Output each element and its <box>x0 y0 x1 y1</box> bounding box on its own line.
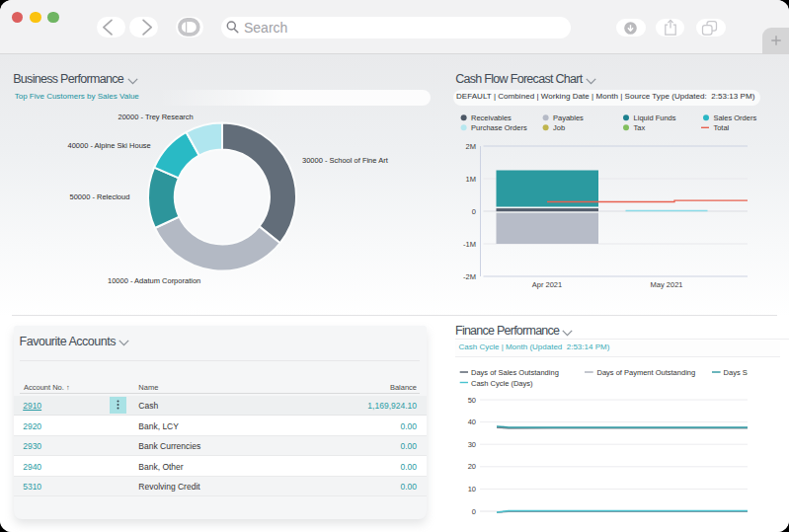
svg-text:0: 0 <box>472 507 476 516</box>
svg-text:10: 10 <box>468 485 476 494</box>
svg-text:Total: Total <box>713 123 729 132</box>
svg-text:Apr 2021: Apr 2021 <box>532 280 562 289</box>
svg-text:Purchase Orders: Purchase Orders <box>471 123 527 132</box>
svg-text:Receivables: Receivables <box>471 114 512 122</box>
svg-text:40: 40 <box>468 418 476 426</box>
svg-text:Job: Job <box>553 123 565 132</box>
svg-text:Liquid Funds: Liquid Funds <box>634 114 676 122</box>
svg-text:2M: 2M <box>466 142 476 151</box>
svg-text:20: 20 <box>468 462 476 471</box>
svg-text:Days of Payment Outstanding: Days of Payment Outstanding <box>597 368 696 377</box>
svg-text:Tax: Tax <box>634 123 646 132</box>
svg-text:0: 0 <box>472 207 476 216</box>
svg-text:50: 50 <box>468 396 476 405</box>
svg-text:-2M: -2M <box>463 272 476 281</box>
svg-text:1M: 1M <box>466 175 476 184</box>
svg-text:Days Sa: Days Sa <box>724 368 748 377</box>
svg-text:Sales Orders: Sales Orders <box>713 114 756 122</box>
svg-text:May 2021: May 2021 <box>651 280 683 289</box>
svg-text:-1M: -1M <box>463 240 476 249</box>
svg-text:Payables: Payables <box>553 114 584 122</box>
svg-text:30: 30 <box>468 440 476 449</box>
svg-text:Cash Cycle (Days): Cash Cycle (Days) <box>471 379 533 388</box>
svg-text:Days of Sales Outstanding: Days of Sales Outstanding <box>471 368 559 377</box>
